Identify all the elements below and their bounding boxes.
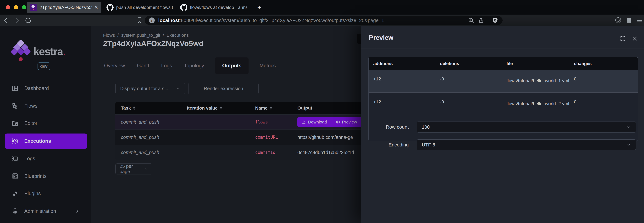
close-window-button[interactable] xyxy=(6,5,10,10)
sidebar-toggle-icon[interactable] xyxy=(626,17,633,24)
browser-window: 2Tp4dXylaAFOxZNqzVo5wd | ✕ push all deve… xyxy=(0,0,644,223)
encoding-select[interactable]: UTF-8 xyxy=(417,139,636,150)
close-icon[interactable] xyxy=(632,35,638,42)
sort-icon xyxy=(219,106,223,110)
sidebar-item-dashboard[interactable]: Dashboard xyxy=(5,82,87,95)
sort-icon xyxy=(269,106,273,110)
brave-shield-icon[interactable] xyxy=(492,17,498,24)
breadcrumb-flows[interactable]: Flows xyxy=(103,33,115,38)
url-path: :8080/ui/executions/system/push_to_git/2… xyxy=(180,18,384,23)
menu-hamburger-icon[interactable] xyxy=(636,17,643,24)
browser-tab-kestra[interactable]: 2Tp4dXylaAFOxZNqzVo5wd | ✕ xyxy=(27,2,101,13)
close-tab-icon[interactable]: ✕ xyxy=(94,5,98,10)
additions-value: +12 xyxy=(373,76,381,82)
column-changes: changes xyxy=(574,61,592,66)
tab-title: 2Tp4dXylaAFOxZNqzVo5wd | xyxy=(40,5,92,10)
reload-icon[interactable] xyxy=(24,17,32,24)
sidebar-item-blueprints[interactable]: Blueprints xyxy=(5,169,87,183)
minimize-window-button[interactable] xyxy=(14,5,18,10)
traffic-lights xyxy=(6,5,26,10)
output-name: commitURL xyxy=(255,135,278,140)
kestra-logo-icon xyxy=(12,40,30,62)
kestra-logo[interactable]: kestra. xyxy=(12,40,66,62)
breadcrumb-executions[interactable]: Executions xyxy=(166,33,189,38)
output-name: flows xyxy=(255,120,268,124)
column-name[interactable]: Name xyxy=(255,106,273,111)
output-value: 0c497c9d6b1d1c5d22521d xyxy=(298,150,354,155)
zoom-window-button[interactable] xyxy=(22,5,26,10)
sidebar-item-editor[interactable]: Editor xyxy=(5,116,87,130)
preview-button[interactable]: Preview xyxy=(332,117,361,127)
outputs-table: Task Iteration value Name Output xyxy=(115,102,361,160)
sidebar-item-executions[interactable]: Executions xyxy=(5,134,87,149)
url-text: localhost:8080/ui/executions/system/push… xyxy=(158,18,464,23)
address-bar[interactable]: i localhost:8080/ui/executions/system/pu… xyxy=(145,16,502,25)
sidebar-item-administration[interactable]: Administration xyxy=(5,204,87,218)
logo-dot: . xyxy=(63,46,66,58)
file-value: flows/tutorial/hello_world_2.yml xyxy=(506,99,571,108)
per-page-select[interactable]: 25 per page xyxy=(115,164,152,174)
chevron-right-icon xyxy=(75,209,79,213)
divider xyxy=(92,74,361,74)
sidebar-item-label: Flows xyxy=(24,103,38,109)
task-name: commit_and_push xyxy=(121,120,159,125)
divider xyxy=(488,18,488,23)
preview-table-header: additions deletions file changes xyxy=(369,57,638,70)
row-count-select[interactable]: 100 xyxy=(417,122,636,132)
tab-gantt[interactable]: Gantt xyxy=(136,63,150,68)
new-tab-button[interactable]: + xyxy=(257,4,262,12)
logs-icon xyxy=(12,155,18,162)
sidebar-item-flows[interactable]: Flows xyxy=(5,99,87,113)
column-additions: additions xyxy=(373,61,393,66)
column-output: Output xyxy=(298,106,312,111)
deletions-value: -0 xyxy=(440,99,444,104)
tab-logs[interactable]: Logs xyxy=(160,63,173,68)
back-icon[interactable] xyxy=(2,17,10,24)
tab-topology[interactable]: Topology xyxy=(183,63,205,68)
extensions-puzzle-icon[interactable] xyxy=(615,17,622,24)
tab-metrics[interactable]: Metrics xyxy=(258,63,277,68)
zoom-page-icon[interactable] xyxy=(468,17,474,24)
column-file: file xyxy=(506,61,513,66)
partially-hidden-button[interactable] xyxy=(357,34,361,44)
table-row: commit_and_push flows Download Preview xyxy=(115,114,361,130)
sidebar-item-label: Executions xyxy=(24,138,51,144)
chevron-down-icon xyxy=(176,86,180,90)
site-info-icon[interactable]: i xyxy=(149,18,155,23)
preview-panel: Preview additions deletions file changes… xyxy=(361,26,644,223)
outputs-table-header: Task Iteration value Name Output xyxy=(115,102,361,114)
breadcrumb-namespace[interactable]: system.push_to_git xyxy=(121,33,160,38)
sidebar-item-plugins[interactable]: Plugins xyxy=(5,186,87,200)
logo-text: kestra xyxy=(33,46,63,58)
download-button[interactable]: Download xyxy=(298,117,332,127)
browser-tab-github-pr[interactable]: push all development flows to Git xyxy=(105,2,174,13)
page-title: 2Tp4dXylaAFOxZNqzVo5wd xyxy=(103,39,204,48)
select-placeholder: Display output for a s... xyxy=(120,86,168,91)
sidebar-item-logs[interactable]: Logs xyxy=(5,152,87,166)
tab-title: flows/flows at develop · anna-gelle xyxy=(190,5,246,10)
main-content: Flows / system.push_to_git / Executions … xyxy=(92,26,361,223)
tab-outputs[interactable]: Outputs xyxy=(215,58,248,74)
display-output-select[interactable]: Display output for a s... xyxy=(115,83,185,94)
tab-separator xyxy=(176,4,176,11)
file-value: flows/tutorial/hello_world_1.yml xyxy=(506,76,571,85)
encoding-label: Encoding xyxy=(368,142,409,148)
column-iteration-value[interactable]: Iteration value xyxy=(187,106,223,111)
tab-overview[interactable]: Overview xyxy=(103,63,126,68)
task-name: commit_and_push xyxy=(121,150,159,155)
changes-value: 0 xyxy=(574,99,576,104)
bookmark-icon[interactable] xyxy=(136,17,143,24)
browser-tab-github-flows[interactable]: flows/flows at develop · anna-gelle xyxy=(179,2,248,13)
sidebar-item-label: Logs xyxy=(24,156,35,162)
render-expression-button[interactable]: Render expression xyxy=(188,83,259,94)
changes-value: 0 xyxy=(574,76,576,82)
column-task[interactable]: Task xyxy=(121,106,136,111)
share-icon[interactable] xyxy=(478,17,484,24)
kestra-favicon-icon xyxy=(30,4,37,11)
forward-icon[interactable] xyxy=(14,17,21,24)
column-deletions: deletions xyxy=(440,61,459,66)
url-host: localhost xyxy=(158,18,180,23)
divider xyxy=(361,48,644,49)
flows-icon xyxy=(12,102,18,110)
fullscreen-icon[interactable] xyxy=(620,35,626,42)
